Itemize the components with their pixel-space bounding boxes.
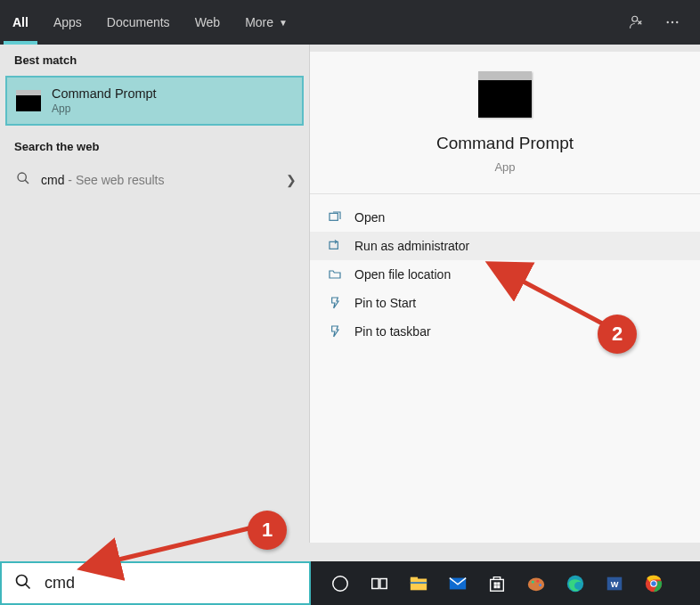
svg-point-10 [333,576,348,591]
start-search-window: All Apps Documents Web More ▼ Best match [0,0,700,605]
web-result-row[interactable]: cmd - See web results ❯ [0,162,309,197]
spacer [310,45,700,52]
search-web-header: Search the web [0,131,309,162]
tab-all[interactable]: All [0,0,41,45]
admin-icon [326,239,344,253]
edge-icon[interactable] [564,572,587,595]
svg-rect-14 [411,576,418,580]
tab-label: Apps [53,15,82,29]
action-run-as-admin[interactable]: Run as administrator [310,232,700,260]
action-label: Pin to taskbar [354,324,431,339]
search-box[interactable] [0,561,311,605]
action-open-file-location[interactable]: Open file location [310,260,700,289]
badge-text: 2 [612,323,623,346]
svg-rect-20 [494,585,496,587]
svg-rect-6 [330,213,338,220]
search-input[interactable] [45,574,297,593]
cmd-prompt-icon [16,90,41,111]
action-pin-to-start[interactable]: Pin to Start [310,289,700,317]
web-result-hint: - See web results [64,173,164,187]
action-label: Open [354,210,385,225]
chevron-right-icon: ❯ [286,173,297,187]
svg-rect-15 [411,582,427,584]
svg-point-31 [651,581,656,586]
action-pin-to-taskbar[interactable]: Pin to taskbar [310,317,700,346]
cortana-icon[interactable] [329,572,352,595]
svg-text:W: W [611,579,619,588]
top-actions [629,14,693,30]
hero-title: Command Prompt [436,134,574,153]
action-label: Pin to Start [354,296,416,310]
annotation-badge-2: 2 [598,315,637,354]
best-match-item[interactable]: Command Prompt App [5,76,304,126]
svg-line-9 [26,585,30,589]
word-icon[interactable]: W [603,572,626,595]
pin-taskbar-icon [326,324,344,339]
right-pane: Command Prompt App Open Run as administr… [310,45,700,543]
tab-label: All [12,15,28,29]
top-tab-bar: All Apps Documents Web More ▼ [0,0,700,45]
folder-icon [326,267,344,282]
hero-subtitle: App [494,160,515,174]
chevron-down-icon: ▼ [279,18,288,28]
left-pane: Best match Command Prompt App Search the… [0,45,310,543]
tab-label: Documents [107,15,170,29]
svg-rect-7 [330,241,338,249]
taskbar-icons: W [311,572,665,595]
mail-icon[interactable] [446,572,469,595]
svg-rect-21 [498,585,500,587]
svg-point-24 [536,579,539,582]
tab-documents[interactable]: Documents [94,0,183,45]
pin-start-icon [326,296,344,310]
badge-text: 1 [262,519,273,542]
svg-point-2 [672,21,673,23]
chrome-icon[interactable] [642,572,665,595]
action-label: Open file location [354,267,451,282]
tab-more[interactable]: More ▼ [232,0,300,45]
tab-apps[interactable]: Apps [41,0,94,45]
tab-label: More [245,15,273,29]
ellipsis-icon[interactable] [664,14,680,30]
cmd-prompt-large-icon [478,71,532,118]
task-view-icon[interactable] [368,572,391,595]
annotation-badge-1: 1 [248,511,287,550]
svg-point-8 [17,576,28,586]
svg-rect-13 [411,578,427,590]
best-match-header: Best match [0,45,309,76]
svg-point-25 [539,584,541,586]
paint-icon[interactable] [525,572,548,595]
tab-label: Web [195,15,221,29]
svg-point-22 [528,577,544,591]
file-explorer-icon[interactable] [407,572,430,595]
svg-point-3 [676,21,678,23]
svg-rect-12 [380,578,387,588]
svg-point-0 [632,16,638,21]
svg-rect-18 [494,583,496,585]
best-match-title: Command Prompt [52,86,157,101]
body: Best match Command Prompt App Search the… [0,45,700,543]
web-result-term: cmd [41,173,64,187]
svg-rect-11 [372,578,378,588]
best-match-text: Command Prompt App [52,86,157,115]
hero: Command Prompt App [310,52,700,193]
search-icon [16,171,30,188]
action-open[interactable]: Open [310,203,700,232]
open-icon [326,210,344,225]
svg-point-4 [18,173,26,181]
store-icon[interactable] [485,572,509,595]
svg-line-5 [25,180,28,184]
action-label: Run as administrator [354,239,469,253]
search-icon [14,573,32,593]
svg-point-1 [667,21,669,23]
taskbar: W [0,561,700,605]
svg-rect-17 [491,579,504,591]
tab-web[interactable]: Web [183,0,233,45]
web-result-text: cmd - See web results [41,173,165,187]
actions-list: Open Run as administrator Open file loca… [310,193,700,346]
best-match-subtitle: App [52,102,157,115]
svg-point-23 [532,580,534,583]
feedback-icon[interactable] [629,14,645,30]
tabs: All Apps Documents Web More ▼ [0,0,300,45]
svg-rect-19 [498,583,500,585]
